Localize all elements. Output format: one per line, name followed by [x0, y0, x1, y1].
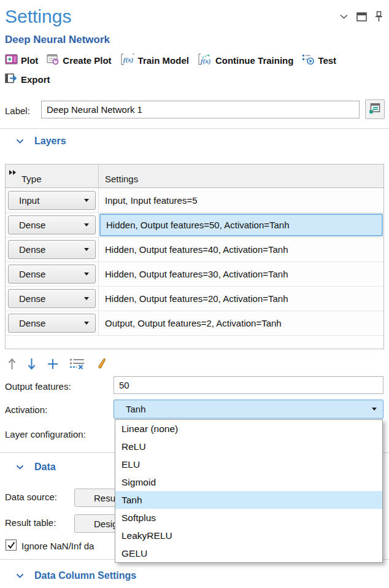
data-source-button-text: Resul: [94, 493, 117, 503]
test-icon: [302, 53, 315, 67]
dropdown-option[interactable]: ReLU: [115, 438, 382, 455]
svg-text:f(x): f(x): [201, 57, 211, 65]
maximize-icon[interactable]: [356, 12, 367, 21]
export-button[interactable]: Export: [5, 73, 50, 86]
layer-settings-cell[interactable]: Hidden, Output features=40, Activation=T…: [99, 238, 383, 261]
layer-settings-cell[interactable]: Input, Input features=5: [99, 188, 383, 212]
dropdown-option[interactable]: ELU: [115, 455, 382, 473]
layer-type-value: Dense: [19, 318, 45, 328]
train-model-button-label: Train Model: [138, 55, 189, 66]
caret-down-icon: [84, 322, 89, 325]
table-row: Dense Hidden, Output features=30, Activa…: [6, 261, 383, 286]
export-button-label: Export: [21, 74, 50, 85]
section-chevron-icon: [16, 465, 24, 470]
plot-button[interactable]: Plot: [5, 54, 38, 66]
layer-type-dropdown[interactable]: Dense: [8, 314, 96, 333]
create-plot-button[interactable]: Create Plot: [47, 54, 111, 67]
layer-settings-cell[interactable]: Hidden, Output features=20, Activation=T…: [99, 287, 383, 311]
settings-toolbar-row1: Plot Create Plot f(x) Train Model f(x) C…: [5, 53, 336, 68]
continue-training-button[interactable]: f(x) Continue Training: [198, 53, 294, 68]
caret-down-icon: [84, 199, 89, 202]
layer-configuration-label: Layer configuration:: [5, 429, 86, 439]
layer-type-value: Dense: [19, 293, 45, 304]
layer-type-value: Dense: [19, 244, 45, 255]
plot-icon: [5, 54, 18, 66]
double-arrow-icon: [9, 167, 17, 178]
continue-training-fx-icon: f(x): [198, 53, 212, 68]
test-button-label: Test: [318, 55, 336, 66]
result-table-label: Result table:: [5, 517, 56, 528]
output-features-input[interactable]: [114, 376, 383, 394]
train-model-fx-icon: f(x): [120, 53, 135, 68]
move-down-button[interactable]: [27, 357, 36, 371]
layer-type-value: Input: [19, 195, 39, 206]
pin-icon[interactable]: [375, 11, 383, 22]
settings-column-label: Settings: [105, 174, 138, 184]
node-type-subtitle: Deep Neural Network: [5, 34, 110, 46]
layer-type-dropdown[interactable]: Input: [8, 191, 96, 210]
type-column-label: Type: [21, 174, 42, 184]
activation-label: Activation:: [5, 404, 47, 415]
caret-down-icon: [84, 248, 89, 251]
activation-combobox[interactable]: Tanh: [114, 400, 383, 419]
dropdown-option-selected[interactable]: Tanh: [115, 491, 382, 509]
activation-dropdown-list: Linear (none) ReLU ELU Sigmoid Tanh Soft…: [115, 419, 383, 563]
label-input[interactable]: [41, 101, 360, 118]
layer-settings-cell[interactable]: Output, Output features=2, Activation=Ta…: [99, 311, 383, 335]
test-button[interactable]: Test: [302, 53, 336, 67]
continue-training-button-label: Continue Training: [215, 55, 294, 66]
create-plot-button-label: Create Plot: [63, 55, 111, 66]
output-features-label: Output features:: [5, 381, 71, 392]
window-arrow-icon: [369, 103, 380, 116]
type-column-header[interactable]: Type: [6, 164, 99, 187]
table-row: Dense Hidden, Output features=40, Activa…: [6, 237, 383, 261]
layer-type-dropdown[interactable]: Dense: [8, 215, 96, 234]
add-row-button[interactable]: [47, 358, 59, 370]
settings-column-header[interactable]: Settings: [99, 164, 383, 187]
dropdown-option[interactable]: GELU: [115, 544, 382, 562]
ignore-nan-label: Ignore NaN/Inf da: [21, 541, 94, 551]
dropdown-option[interactable]: Linear (none): [115, 420, 382, 438]
layers-table-header: Type Settings: [6, 164, 383, 188]
dropdown-option[interactable]: LeakyRELU: [115, 527, 382, 544]
dropdown-option[interactable]: Softplus: [115, 509, 382, 527]
move-up-button[interactable]: [7, 357, 17, 371]
label-action-button[interactable]: [365, 99, 385, 119]
table-empty-area: [6, 335, 383, 349]
svg-text:f(x): f(x): [123, 56, 134, 64]
layer-type-dropdown[interactable]: Dense: [8, 289, 96, 308]
caret-down-icon: [84, 223, 89, 226]
caret-down-icon: [84, 297, 89, 300]
section-chevron-icon: [16, 139, 24, 144]
layers-list-toolbar: [7, 355, 107, 373]
layer-settings-cell-selected[interactable]: Hidden, Output features=50, Activation=T…: [99, 214, 383, 236]
caret-down-icon: [84, 273, 89, 276]
table-row: Input Input, Input features=5: [6, 188, 383, 212]
data-column-settings-header[interactable]: Data Column Settings: [0, 570, 136, 581]
delete-row-button[interactable]: [69, 358, 85, 370]
window-controls: [339, 11, 383, 22]
layer-type-dropdown[interactable]: Dense: [8, 265, 96, 284]
table-row: Dense Output, Output features=2, Activat…: [6, 311, 383, 335]
clear-table-brush-button[interactable]: [96, 357, 107, 371]
layer-type-dropdown[interactable]: Dense: [8, 240, 96, 259]
activation-selected-value: Tanh: [126, 404, 146, 414]
layers-table: Type Settings Input Input, Input feature…: [5, 164, 384, 349]
layer-settings-cell[interactable]: Hidden, Output features=30, Activation=T…: [99, 262, 383, 286]
data-section-header[interactable]: Data: [0, 462, 56, 473]
table-row-selected: Dense Hidden, Output features=50, Activa…: [6, 212, 383, 237]
export-icon: [5, 73, 18, 86]
data-section-title: Data: [34, 462, 56, 473]
layers-section-title: Layers: [34, 136, 66, 147]
label-caption: Label:: [5, 106, 30, 116]
chevron-down-icon[interactable]: [339, 14, 349, 20]
dropdown-option[interactable]: Sigmoid: [115, 473, 382, 491]
section-chevron-icon: [16, 573, 24, 579]
layers-section-header[interactable]: Layers: [0, 136, 66, 147]
result-table-button-text: Desig: [94, 519, 117, 529]
data-column-settings-title: Data Column Settings: [34, 570, 136, 581]
create-plot-icon: [47, 54, 60, 67]
ignore-nan-checkbox[interactable]: [6, 540, 17, 551]
checkmark-icon: [7, 541, 15, 549]
train-model-button[interactable]: f(x) Train Model: [120, 53, 189, 68]
